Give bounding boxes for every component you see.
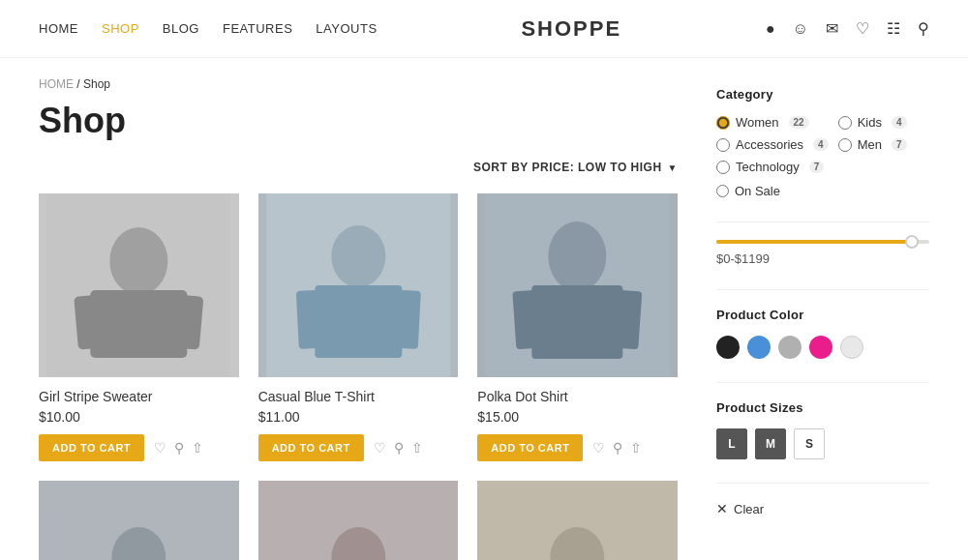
category-women-label: Women [736,115,779,130]
sizes-title: Product Sizes [716,400,929,415]
share-icon-0[interactable]: ⇧ [192,440,203,456]
add-to-cart-2[interactable]: ADD TO CART [477,434,583,461]
product-thumb-2 [477,505,678,560]
divider-3 [716,382,929,383]
product-image-bottom-2 [477,481,678,560]
product-card-1: Casual Blue T-Shirt $11.00 ADD TO CART ♡… [258,193,459,461]
mail-icon[interactable]: ✉ [826,19,838,38]
wishlist-icon-1[interactable]: ♡ [374,440,386,456]
cart-icon[interactable]: ☷ [887,19,900,38]
share-icon-1[interactable]: ⇧ [411,440,423,456]
category-kids-label: Kids [858,115,882,130]
color-swatch-pink[interactable] [809,336,832,359]
add-to-cart-1[interactable]: ADD TO CART [258,434,364,461]
color-swatch-blue[interactable] [747,336,771,359]
svg-rect-9 [380,289,420,349]
share-icon-2[interactable]: ⇧ [630,440,642,456]
category-women-count: 22 [789,116,809,129]
size-btn-l[interactable]: L [716,428,747,459]
location-icon[interactable]: ● [766,20,775,38]
product-price-1: $11.00 [258,409,459,425]
heart-icon[interactable]: ♡ [856,19,869,38]
sidebar-price: $0-$1199 [716,240,929,266]
add-to-cart-0[interactable]: ADD TO CART [39,434,144,461]
category-kids[interactable]: Kids 4 [838,115,929,130]
category-technology-count: 7 [809,161,825,173]
zoom-icon-1[interactable]: ⚲ [394,440,404,456]
divider-1 [716,221,929,222]
product-thumb-0 [39,505,239,560]
user-icon[interactable]: ☺ [793,20,808,38]
zoom-icon-2[interactable]: ⚲ [613,440,622,456]
category-technology[interactable]: Technology 7 [716,160,829,174]
price-range-thumb[interactable] [905,235,919,249]
price-slider-container [716,240,929,244]
sort-button[interactable]: SORT BY PRICE: LOW TO HIGH ▼ [473,161,678,174]
divider-2 [716,289,929,290]
category-women-radio[interactable] [716,116,730,130]
category-accessories-radio[interactable] [716,138,730,152]
breadcrumb: HOME / Shop [39,77,678,91]
nav-shop[interactable]: SHOP [102,21,139,36]
sidebar-color: Product Color [716,308,929,359]
category-men-count: 7 [892,138,907,151]
category-technology-radio[interactable] [716,161,730,174]
nav-layouts[interactable]: LAYOUTS [316,21,377,36]
category-women[interactable]: Women 22 [716,115,829,130]
wishlist-icon-2[interactable]: ♡ [592,440,605,456]
color-swatch-black[interactable] [716,336,740,359]
category-accessories-count: 4 [813,138,829,151]
product-image-bottom-1 [258,481,459,560]
breadcrumb-current: Shop [83,77,110,91]
breadcrumb-home[interactable]: HOME [39,77,74,91]
divider-4 [716,483,929,484]
product-card-bottom-1 [258,481,459,560]
product-image-placeholder-0 [39,193,239,377]
price-range-fill [716,240,919,244]
content-area: HOME / Shop Shop SORT BY PRICE: LOW TO H… [39,77,678,560]
main-container: HOME / Shop Shop SORT BY PRICE: LOW TO H… [0,58,968,560]
nav-blog[interactable]: BLOG [163,21,199,36]
on-sale-item[interactable]: On Sale [716,184,929,198]
price-range-track [716,240,929,244]
sidebar: Category Women 22 Kids 4 Accessories 4 [716,77,929,560]
clear-button[interactable]: ✕ Clear [716,501,764,516]
category-men-radio[interactable] [838,138,852,152]
category-technology-label: Technology [736,160,800,174]
color-swatch-grey[interactable] [778,336,802,359]
product-actions-0: ADD TO CART ♡ ⚲ ⇧ [39,434,239,461]
svg-rect-4 [161,293,204,349]
sidebar-sizes: Product Sizes L M S [716,400,929,459]
sort-bar: SORT BY PRICE: LOW TO HIGH ▼ [39,161,678,174]
svg-point-6 [331,225,385,287]
svg-rect-8 [295,289,335,349]
product-image-bottom-0 [39,481,239,560]
nav-features[interactable]: FEATURES [223,21,292,36]
product-image-1 [258,193,459,377]
size-btn-s[interactable]: S [794,428,825,459]
size-btn-m[interactable]: M [755,428,786,459]
product-card-bottom-0 [39,481,239,560]
navbar: HOME SHOP BLOG FEATURES LAYOUTS SHOPPE ●… [0,0,968,58]
category-men[interactable]: Men 7 [838,137,929,152]
category-accessories[interactable]: Accessories 4 [716,137,829,152]
zoom-icon-0[interactable]: ⚲ [174,440,184,456]
product-actions-1: ADD TO CART ♡ ⚲ ⇧ [258,434,459,461]
on-sale-radio[interactable] [716,185,729,197]
product-price-0: $10.00 [39,409,239,425]
nav-home[interactable]: HOME [39,21,78,36]
chevron-down-icon: ▼ [668,162,678,173]
category-accessories-label: Accessories [736,137,803,152]
on-sale-label: On Sale [735,184,780,198]
page-title: Shop [39,101,678,141]
nav-icon-group: ● ☺ ✉ ♡ ☷ ⚲ [766,19,929,38]
search-icon[interactable]: ⚲ [918,19,929,38]
category-kids-radio[interactable] [838,116,852,130]
color-swatch-white[interactable] [840,336,863,359]
nav-links: HOME SHOP BLOG FEATURES LAYOUTS [39,21,378,36]
product-thumb-1 [258,505,459,560]
product-image-placeholder-2 [477,193,678,377]
wishlist-icon-0[interactable]: ♡ [154,440,166,456]
category-men-label: Men [858,137,882,152]
product-price-2: $15.00 [477,409,678,425]
